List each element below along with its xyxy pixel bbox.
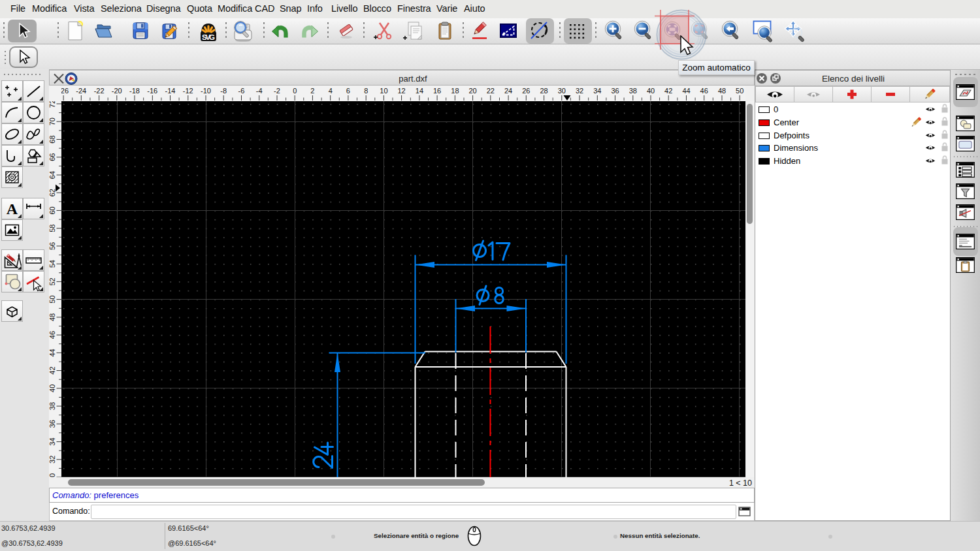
svg-text:22: 22 xyxy=(487,87,495,95)
svg-text:50: 50 xyxy=(49,295,56,303)
svg-text:18: 18 xyxy=(451,87,459,95)
svg-text:14: 14 xyxy=(416,87,423,95)
svg-text:-16: -16 xyxy=(147,87,157,95)
svg-text:72: 72 xyxy=(49,101,56,108)
svg-text:62: 62 xyxy=(49,189,56,197)
svg-text:46: 46 xyxy=(700,87,708,95)
svg-text:44: 44 xyxy=(49,349,56,356)
svg-text:66: 66 xyxy=(49,153,56,161)
svg-text:SVG: SVG xyxy=(202,33,215,41)
svg-text:46: 46 xyxy=(49,331,56,339)
svg-text:-2: -2 xyxy=(274,87,280,95)
svg-text:12: 12 xyxy=(397,87,405,95)
svg-text:54: 54 xyxy=(49,260,56,268)
svg-text:48: 48 xyxy=(718,87,726,95)
svg-text:16: 16 xyxy=(433,87,441,95)
svg-text:32: 32 xyxy=(576,87,583,95)
svg-text:60: 60 xyxy=(49,206,56,214)
svg-text:36: 36 xyxy=(49,420,56,428)
svg-text:56: 56 xyxy=(49,242,56,250)
svg-text:-6: -6 xyxy=(238,87,245,95)
svg-text:40: 40 xyxy=(49,385,56,392)
svg-text:26: 26 xyxy=(522,87,530,95)
svg-text:38: 38 xyxy=(629,87,637,95)
svg-text:32: 32 xyxy=(49,456,56,464)
svg-text:24: 24 xyxy=(504,87,512,95)
svg-text:-24: -24 xyxy=(76,87,86,95)
svg-text:-12: -12 xyxy=(183,87,193,95)
svg-text:-14: -14 xyxy=(165,87,176,95)
svg-text:-26: -26 xyxy=(61,87,69,95)
svg-text:20: 20 xyxy=(468,87,476,95)
svg-text:44: 44 xyxy=(682,87,690,95)
svg-text:6: 6 xyxy=(346,87,350,95)
svg-text:0: 0 xyxy=(293,87,297,95)
svg-text:42: 42 xyxy=(664,87,672,95)
svg-text:A: A xyxy=(6,200,18,217)
svg-text:64: 64 xyxy=(49,171,56,179)
svg-text:-20: -20 xyxy=(112,87,122,95)
svg-text:-10: -10 xyxy=(201,87,211,95)
svg-text:-18: -18 xyxy=(129,87,140,95)
svg-text:2: 2 xyxy=(310,87,314,95)
svg-text:-8: -8 xyxy=(220,87,227,95)
svg-text:10: 10 xyxy=(380,87,387,95)
svg-text:part.dxf: part.dxf xyxy=(399,74,427,84)
svg-text:-4: -4 xyxy=(256,87,263,95)
svg-text:36: 36 xyxy=(611,87,619,95)
svg-text:8: 8 xyxy=(364,87,368,95)
svg-text:58: 58 xyxy=(49,225,56,232)
svg-text:Elenco dei livelli: Elenco dei livelli xyxy=(822,74,885,84)
svg-text:70: 70 xyxy=(49,118,56,125)
svg-text:34: 34 xyxy=(49,437,56,445)
svg-text:40: 40 xyxy=(647,87,655,95)
svg-text:4: 4 xyxy=(329,87,333,95)
svg-text:30: 30 xyxy=(558,87,566,95)
svg-text:48: 48 xyxy=(49,313,56,321)
svg-text:38: 38 xyxy=(49,402,56,410)
svg-text:50: 50 xyxy=(736,87,743,95)
svg-text:-22: -22 xyxy=(94,87,105,95)
svg-text:34: 34 xyxy=(593,87,601,95)
svg-text:28: 28 xyxy=(540,87,547,95)
svg-text:52: 52 xyxy=(49,277,56,285)
svg-text:42: 42 xyxy=(49,366,56,374)
svg-text:68: 68 xyxy=(49,135,56,143)
